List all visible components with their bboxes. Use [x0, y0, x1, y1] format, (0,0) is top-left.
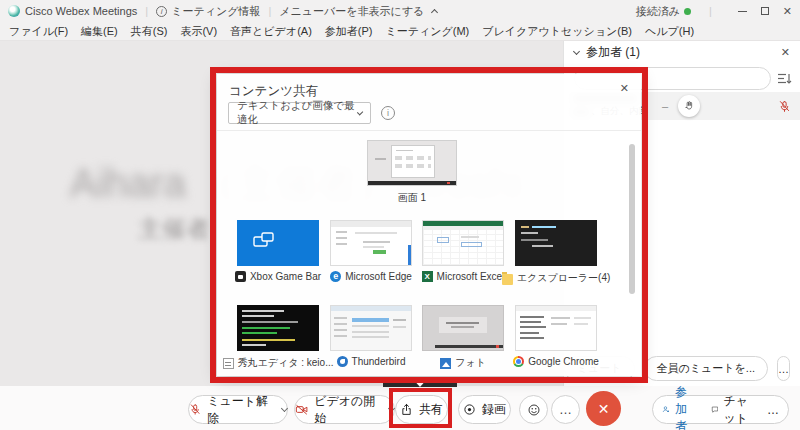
optimize-select[interactable]: テキストおよび画像で最適化 [228, 102, 371, 124]
panel-more-button[interactable]: … [777, 356, 790, 381]
menu-help[interactable]: ヘルプ(H) [645, 24, 694, 39]
edge-icon: e [330, 271, 341, 282]
sort-icon[interactable] [777, 72, 792, 85]
meeting-info-button[interactable]: i ミーティング情報 [156, 4, 260, 19]
more-options-button[interactable]: … [551, 395, 580, 424]
reactions-button[interactable] [519, 395, 548, 424]
menu-audio-video[interactable]: 音声とビデオ(A) [230, 24, 312, 39]
share-label: 共有 [419, 401, 443, 418]
photos-thumbnail [422, 305, 504, 351]
chrome-icon [513, 356, 524, 367]
dialog-title: コンテンツ共有 [229, 83, 318, 100]
maximize-icon[interactable] [761, 7, 769, 15]
titlebar-divider: | [709, 5, 712, 17]
app-title: Cisco Webex Meetings [25, 5, 137, 17]
webex-logo-icon [8, 5, 20, 17]
menu-participants[interactable]: 参加者(P) [325, 24, 373, 39]
explorer-thumbnail [515, 220, 597, 266]
optimize-select-value: テキストおよび画像で最適化 [237, 99, 358, 127]
panels-toggle-group: 参加者 チャット … [652, 395, 789, 424]
app-label: 秀丸エディタ : keio... [238, 356, 334, 370]
menu-share[interactable]: 共有(S) [131, 24, 168, 39]
chat-toggle[interactable]: チャット [723, 393, 753, 427]
share-app-item[interactable]: エクスプローラー(4) [515, 220, 597, 285]
hidemaru-icon [223, 358, 234, 369]
participants-toggle[interactable]: 参加者 [675, 384, 697, 430]
app-label: Microsoft Edge [345, 271, 412, 282]
share-app-item[interactable]: Thunderbird [330, 305, 412, 367]
menu-meeting[interactable]: ミーティング(M) [385, 24, 469, 39]
dialog-pointer-arrow [383, 378, 457, 387]
record-button[interactable]: 録画 [458, 395, 511, 424]
unmute-button[interactable]: ミュート解除 [188, 395, 288, 424]
edge-thumbnail [330, 220, 412, 266]
folder-icon [502, 274, 513, 285]
smiley-icon [527, 403, 541, 417]
app-label: Microsoft Excel [437, 271, 505, 282]
app-label: Thunderbird [352, 356, 406, 367]
close-panel-icon[interactable]: ✕ [781, 46, 790, 59]
close-window-icon[interactable]: ✕ [783, 6, 792, 17]
share-app-item[interactable]: X Microsoft Excel [422, 220, 504, 282]
menu-file[interactable]: ファイル(F) [9, 24, 68, 39]
share-icon [400, 403, 413, 416]
thunderbird-thumbnail [330, 305, 412, 351]
record-label: 録画 [482, 401, 506, 418]
camera-off-icon [295, 403, 308, 416]
screen-label: 画面 1 [398, 191, 426, 205]
screen-thumbnail [367, 140, 457, 186]
share-screen-item[interactable]: 画面 1 [367, 140, 457, 205]
connection-label: 接続済み [636, 4, 680, 19]
photos-icon [440, 358, 451, 369]
leave-meeting-button[interactable]: ✕ [586, 391, 621, 426]
participants-icon [662, 403, 670, 416]
share-app-item[interactable]: 秀丸エディタ : keio... [237, 305, 319, 370]
share-app-item[interactable]: Google Chrome [515, 305, 597, 367]
app-label: Xbox Game Bar [250, 271, 321, 282]
connection-status: 接続済み [636, 4, 691, 19]
participant-dash: – [662, 100, 668, 112]
chrome-thumbnail [515, 305, 597, 351]
excel-icon: X [422, 271, 433, 282]
titlebar-divider: | [268, 5, 271, 17]
dialog-divider [217, 130, 641, 131]
raise-hand-icon[interactable] [678, 95, 700, 117]
share-app-item[interactable]: フォト [422, 305, 504, 370]
webex-window: Cisco Webex Meetings | i ミーティング情報 | メニュー… [0, 0, 800, 430]
participant-muted-mic-icon [778, 100, 791, 113]
share-app-item[interactable]: Xbox Game Bar [237, 220, 319, 282]
unmute-label: ミュート解除 [207, 393, 276, 427]
start-video-button[interactable]: ビデオの開始 [294, 395, 395, 424]
menu-edit[interactable]: 編集(E) [81, 24, 118, 39]
titlebar-divider: | [145, 5, 148, 17]
hide-menubar-label: メニューバーを非表示にする [279, 4, 424, 19]
close-dialog-icon[interactable]: ✕ [620, 82, 629, 95]
start-video-label: ビデオの開始 [314, 393, 383, 427]
info-icon: i [156, 6, 167, 17]
menu-view[interactable]: 表示(V) [180, 24, 217, 39]
meeting-info-label: ミーティング情報 [171, 4, 260, 19]
participants-title: 参加者 (1) [586, 44, 640, 61]
dialog-scrollbar[interactable] [629, 144, 635, 294]
hidemaru-thumbnail [237, 305, 319, 351]
app-label: フォト [455, 356, 486, 370]
hide-menubar-button[interactable]: メニューバーを非表示にする [279, 4, 437, 19]
app-label: Google Chrome [528, 356, 599, 367]
share-app-item[interactable]: e Microsoft Edge [330, 220, 412, 282]
share-button[interactable]: 共有 [395, 395, 448, 424]
share-content-dialog: コンテンツ共有 ✕ テキストおよび画像で最適化 i 画面 1 [217, 74, 641, 376]
menu-breakout[interactable]: ブレイクアウトセッション(B) [482, 24, 632, 39]
chevron-down-icon[interactable] [573, 47, 580, 54]
mute-all-button[interactable]: 全員のミュートを... [644, 356, 768, 381]
optimize-info-icon[interactable]: i [381, 106, 395, 120]
menubar: ファイル(F) 編集(E) 共有(S) 表示(V) 音声とビデオ(A) 参加者(… [0, 22, 800, 41]
panels-more-button[interactable]: … [767, 403, 779, 417]
connected-dot-icon [684, 8, 691, 15]
excel-thumbnail [422, 220, 504, 266]
chevron-down-icon[interactable] [281, 405, 288, 412]
control-bar: ミュート解除 ビデオの開始 共有 [0, 386, 800, 430]
minimize-icon[interactable] [738, 11, 747, 12]
app-label: エクスプローラー(4) [517, 271, 611, 285]
titlebar: Cisco Webex Meetings | i ミーティング情報 | メニュー… [0, 0, 800, 22]
mic-muted-icon [189, 403, 201, 416]
